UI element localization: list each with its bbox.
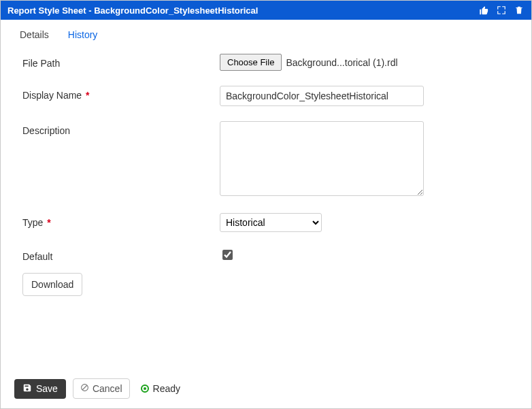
row-default: Default [22,247,510,262]
display-name-input[interactable] [220,86,424,106]
default-checkbox[interactable] [222,250,233,260]
choose-file-button[interactable]: Choose File [220,54,282,71]
row-description: Description [22,121,510,198]
footer: Save Cancel Ready [1,372,531,408]
row-display-name: Display Name * [22,86,510,106]
row-file-path: File Path Choose File Background...toric… [22,54,510,71]
save-button-label: Save [36,383,58,394]
label-display-name-text: Display Name [22,90,82,101]
field-type: Historical [220,213,510,232]
field-description [220,121,510,198]
field-default [220,247,510,262]
label-type: Type * [22,213,220,228]
thumbs-up-icon[interactable] [478,5,489,16]
save-button[interactable]: Save [14,379,66,399]
cancel-icon [80,383,89,394]
label-description: Description [22,121,220,136]
svg-line-1 [82,385,87,390]
trash-icon[interactable] [514,5,525,16]
row-download: Download [22,277,510,296]
cancel-button-label: Cancel [93,383,122,394]
download-button[interactable]: Download [22,273,82,296]
fullscreen-icon[interactable] [496,5,507,16]
titlebar-icons [478,5,525,16]
status-dot-icon [141,385,149,393]
field-display-name [220,86,510,106]
type-select[interactable]: Historical [220,213,322,232]
tab-history[interactable]: History [68,29,98,40]
label-default: Default [22,247,220,262]
description-textarea[interactable] [220,121,424,196]
tab-details[interactable]: Details [20,29,49,40]
field-file-path: Choose File Background...torical (1).rdl [220,54,510,71]
status-text: Ready [153,383,180,394]
required-asterisk: * [47,217,50,228]
window: Report Style Sheet - BackgroundColor_Sty… [0,0,532,409]
save-icon [22,383,32,395]
label-file-path-text: File Path [22,58,60,69]
selected-file-name: Background...torical (1).rdl [286,57,397,68]
row-type: Type * Historical [22,213,510,232]
status: Ready [141,383,180,394]
required-asterisk: * [86,90,89,101]
label-file-path: File Path [22,54,220,69]
cancel-button[interactable]: Cancel [73,378,130,399]
window-title: Report Style Sheet - BackgroundColor_Sty… [7,5,478,16]
form-area: File Path Choose File Background...toric… [1,47,531,372]
label-type-text: Type [22,217,43,228]
tabs: Details History [1,20,531,47]
titlebar: Report Style Sheet - BackgroundColor_Sty… [1,1,531,20]
label-display-name: Display Name * [22,86,220,101]
